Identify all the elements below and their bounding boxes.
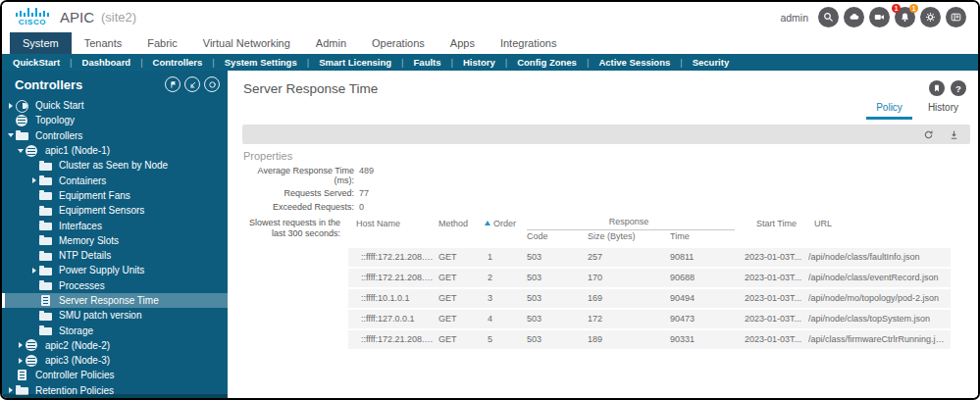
- col-header-time[interactable]: Time: [670, 231, 745, 241]
- col-header-start-time[interactable]: Start Time: [745, 219, 808, 228]
- flag-button[interactable]: [165, 76, 181, 92]
- help-button[interactable]: ?: [951, 80, 966, 96]
- tree-item-apic1[interactable]: apic1 (Node-1): [2, 143, 228, 158]
- download-button[interactable]: [949, 129, 959, 140]
- col-header-size[interactable]: Size (Bytes): [588, 231, 670, 241]
- nav-tab-operations[interactable]: Operations: [359, 32, 438, 54]
- table-row[interactable]: ::ffff:172.21.208.205 GET 1 503 257 9081…: [348, 248, 951, 267]
- sidebar-title: Controllers: [15, 77, 82, 92]
- cell-code: 503: [527, 252, 588, 262]
- subnav-active-sessions[interactable]: Active Sessions: [577, 57, 670, 68]
- table-toolbar: [242, 125, 970, 144]
- nav-tab-apps[interactable]: Apps: [438, 32, 488, 54]
- cisco-logo: CISCO: [16, 8, 49, 26]
- tree-item-label: Topology: [35, 115, 75, 125]
- chevron-right-icon[interactable]: [16, 358, 26, 364]
- col-header-method[interactable]: Method: [438, 219, 481, 228]
- fault-badge: 1: [892, 4, 901, 13]
- brand: CISCO APIC (site2): [16, 8, 136, 26]
- tree-item-apic2[interactable]: apic2 (Node-2): [2, 338, 228, 353]
- send-to-button[interactable]: [184, 76, 200, 92]
- nav-tab-fabric[interactable]: Fabric: [134, 32, 190, 54]
- tree-item-apic3[interactable]: apic3 (Node-3): [2, 353, 228, 368]
- table-row[interactable]: ::ffff:172.21.208.162 GET 5 503 189 9033…: [348, 330, 951, 349]
- cell-code: 503: [527, 314, 588, 324]
- subnav-controllers[interactable]: Controllers: [130, 57, 202, 68]
- chevron-right-icon[interactable]: [16, 342, 26, 348]
- controller-node-icon: [26, 145, 39, 157]
- subnav-faults[interactable]: Faults: [391, 57, 440, 68]
- tree-item-server-response-time[interactable]: Server Response Time: [2, 293, 228, 308]
- tree-item-controllers[interactable]: Controllers: [2, 128, 228, 143]
- screen-share-button[interactable]: [869, 7, 890, 27]
- nav-tab-admin[interactable]: Admin: [303, 32, 359, 54]
- tree-item-topology[interactable]: Topology: [2, 113, 228, 127]
- help-manual-button[interactable]: [946, 7, 966, 27]
- refresh-button[interactable]: [923, 129, 934, 140]
- table-row[interactable]: ::ffff:127.0.0.1 GET 4 503 172 90473 202…: [348, 310, 951, 328]
- chevron-right-icon[interactable]: [6, 103, 16, 109]
- tree-item-equipment-sensors[interactable]: Equipment Sensors: [2, 203, 228, 218]
- col-header-order[interactable]: Order: [481, 219, 527, 228]
- chevron-down-icon[interactable]: [6, 133, 16, 137]
- subnav-history[interactable]: History: [441, 57, 495, 68]
- cell-url: /api/node/class/eventRecord.json: [808, 273, 951, 282]
- cell-method: GET: [438, 252, 481, 262]
- tree-item-label: Memory Slots: [59, 235, 119, 246]
- tree-item-processes[interactable]: Processes: [2, 278, 228, 293]
- tree-item-quick-start[interactable]: Quick Start: [2, 98, 228, 113]
- nav-tab-tenants[interactable]: Tenants: [72, 32, 135, 54]
- tree-item-cluster-as-seen-by-node[interactable]: Cluster as Seen by Node: [2, 158, 228, 173]
- subnav-dashboard[interactable]: Dashboard: [60, 57, 130, 68]
- tree-item-label: Controller Policies: [35, 370, 115, 380]
- tab-history[interactable]: History: [918, 98, 968, 120]
- tree-item-label: apic2 (Node-2): [45, 340, 110, 351]
- nav-tab-system[interactable]: System: [10, 32, 72, 54]
- tab-policy[interactable]: Policy: [866, 98, 912, 120]
- chevron-right-icon[interactable]: [6, 387, 16, 393]
- tree-item-label: Power Supply Units: [59, 265, 144, 275]
- col-header-host-name[interactable]: Host Name: [348, 219, 438, 228]
- table-row[interactable]: ::ffff:10.1.0.1 GET 3 503 169 90494 2023…: [348, 289, 951, 308]
- col-header-url[interactable]: URL: [808, 219, 951, 228]
- chevron-right-icon[interactable]: [29, 177, 39, 183]
- nav-tab-integrations[interactable]: Integrations: [488, 32, 569, 54]
- folder-icon: [16, 129, 29, 141]
- tree-item-containers[interactable]: Containers: [2, 173, 228, 187]
- tree-item-label: Equipment Fans: [59, 190, 130, 201]
- notifications-button[interactable]: 1 1: [895, 7, 915, 27]
- refresh-tree-button[interactable]: [204, 76, 220, 92]
- bookmark-button[interactable]: [929, 80, 945, 96]
- warning-badge: 1: [909, 4, 918, 13]
- tree-item-retention-policies[interactable]: Retention Policies: [2, 383, 228, 398]
- cell-url: /api/node/class/topSystem.json: [808, 314, 951, 324]
- col-header-code[interactable]: Code: [527, 231, 588, 241]
- tree-item-interfaces[interactable]: Interfaces: [2, 218, 228, 232]
- tree-item-storage[interactable]: Storage: [2, 323, 228, 337]
- subnav-system-settings[interactable]: System Settings: [202, 57, 296, 68]
- chevron-down-icon[interactable]: [16, 149, 26, 153]
- settings-button[interactable]: [920, 7, 941, 27]
- tree-item-smu-patch-version[interactable]: SMU patch version: [2, 308, 228, 323]
- cell-start-time: 2023-01-03T...: [745, 334, 808, 344]
- tree-item-power-supply-units[interactable]: Power Supply Units: [2, 263, 228, 277]
- tree-item-label: Controllers: [35, 130, 82, 141]
- folder-icon: [16, 384, 29, 396]
- search-button[interactable]: [818, 7, 839, 27]
- subnav-config-zones[interactable]: Config Zones: [495, 57, 577, 68]
- nav-tab-virtual-networking[interactable]: Virtual Networking: [190, 32, 303, 54]
- tree-item-controller-policies[interactable]: Controller Policies: [2, 368, 228, 382]
- tree-item-equipment-fans[interactable]: Equipment Fans: [2, 188, 228, 203]
- chevron-right-icon[interactable]: [29, 268, 39, 274]
- table-row[interactable]: ::ffff:172.21.208.205 GET 2 503 170 9068…: [348, 269, 951, 287]
- tree-item-ntp-details[interactable]: NTP Details: [2, 248, 228, 263]
- folder-icon: [39, 160, 53, 172]
- subnav-security[interactable]: Security: [670, 57, 729, 68]
- cell-method: GET: [438, 334, 481, 344]
- primary-nav: System Tenants Fabric Virtual Networking…: [2, 32, 978, 54]
- cloud-button[interactable]: [844, 7, 864, 27]
- tree-item-memory-slots[interactable]: Memory Slots: [2, 233, 228, 248]
- subnav-smart-licensing[interactable]: Smart Licensing: [297, 57, 391, 68]
- subnav-quickstart[interactable]: QuickStart: [13, 57, 60, 68]
- cell-code: 503: [527, 334, 588, 344]
